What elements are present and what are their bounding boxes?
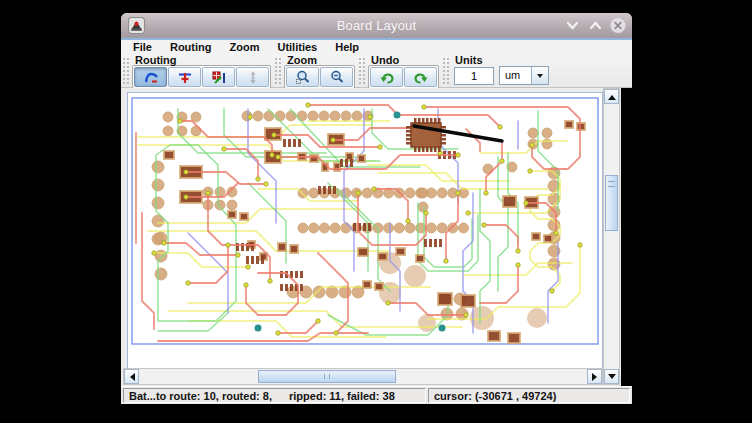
toolbar: Routing bbox=[121, 55, 632, 88]
desktop: { "window": { "title": "Board Layout" },… bbox=[0, 0, 752, 423]
scroll-right-icon bbox=[592, 373, 601, 381]
menu-item-zoom[interactable]: Zoom bbox=[221, 41, 269, 54]
toolbar-group-routing: Routing bbox=[130, 55, 273, 89]
scroll-down-button[interactable] bbox=[604, 369, 619, 384]
app-icon bbox=[128, 17, 145, 34]
app-window: Board Layout File Rou bbox=[121, 13, 632, 404]
unit-select-value: um bbox=[500, 67, 531, 84]
group-label: Undo bbox=[371, 54, 399, 66]
cursor-status-cell: cursor: (-30671 , 49724) bbox=[428, 388, 630, 403]
menu-item-routing[interactable]: Routing bbox=[161, 41, 221, 54]
optimize-route-button[interactable] bbox=[202, 67, 235, 87]
chevron-down-icon bbox=[565, 18, 580, 33]
autoroute-button[interactable] bbox=[134, 67, 167, 87]
title-bar[interactable]: Board Layout bbox=[121, 13, 632, 38]
menu-item-help[interactable]: Help bbox=[326, 41, 368, 54]
menu-bar: File Routing Zoom Utilities Help bbox=[121, 38, 632, 55]
zoom-region-icon bbox=[295, 70, 311, 85]
dropdown-arrow-icon bbox=[537, 74, 543, 81]
pull-tight-icon bbox=[245, 70, 261, 85]
routing-status-cell: Bat...to route: 10, routed: 8, ripped: 1… bbox=[123, 388, 426, 403]
status-bar: Bat...to route: 10, routed: 8, ripped: 1… bbox=[121, 386, 632, 404]
horizontal-scrollbar-thumb[interactable] bbox=[258, 370, 397, 383]
fanout-button[interactable] bbox=[168, 67, 201, 87]
minimize-button[interactable] bbox=[564, 18, 580, 34]
zoom-loupe-button[interactable] bbox=[320, 67, 353, 87]
scroll-up-button[interactable] bbox=[604, 89, 619, 104]
toolbar-group-units: Units um bbox=[450, 55, 551, 85]
horizontal-scrollbar[interactable] bbox=[123, 368, 603, 385]
group-label: Units bbox=[455, 54, 483, 66]
group-label: Routing bbox=[135, 54, 177, 66]
redo-button[interactable] bbox=[404, 67, 437, 87]
menu-item-utilities[interactable]: Utilities bbox=[268, 41, 326, 54]
undo-icon bbox=[379, 70, 395, 85]
vertical-scrollbar-thumb[interactable] bbox=[605, 175, 618, 231]
scroll-left-button[interactable] bbox=[124, 369, 139, 384]
window-title: Board Layout bbox=[121, 18, 632, 33]
zoom-region-button[interactable] bbox=[286, 67, 319, 87]
toolbar-grip[interactable] bbox=[121, 56, 130, 86]
group-label: Zoom bbox=[287, 54, 317, 66]
cursor-position-text: cursor: (-30671 , 49724) bbox=[434, 390, 556, 402]
scroll-up-icon bbox=[608, 91, 616, 100]
chevron-up-icon bbox=[588, 18, 603, 33]
menu-item-file[interactable]: File bbox=[124, 41, 161, 54]
pull-tight-button[interactable] bbox=[236, 67, 269, 87]
optimize-route-icon bbox=[211, 70, 227, 85]
unit-select-button[interactable] bbox=[531, 67, 548, 84]
undo-button[interactable] bbox=[370, 67, 403, 87]
toolbar-grip[interactable] bbox=[441, 56, 450, 86]
zoom-loupe-icon bbox=[329, 70, 345, 85]
vertical-scrollbar[interactable] bbox=[603, 88, 620, 385]
autoroute-icon bbox=[143, 70, 159, 85]
toolbar-group-undo: Undo bbox=[366, 55, 441, 89]
board-viewport bbox=[127, 92, 603, 370]
toolbar-grip[interactable] bbox=[357, 56, 366, 86]
ripped-failed-text: ripped: 11, failed: 38 bbox=[289, 390, 395, 402]
content-area bbox=[121, 88, 632, 386]
fanout-icon bbox=[177, 70, 193, 85]
close-button[interactable] bbox=[610, 18, 626, 34]
screen-cutoff bbox=[621, 88, 632, 386]
scroll-right-button[interactable] bbox=[587, 369, 602, 384]
batch-status-text: Bat...to route: 10, routed: 8, bbox=[129, 390, 272, 402]
scroll-left-icon bbox=[126, 373, 135, 381]
scroll-down-icon bbox=[608, 374, 616, 383]
toolbar-group-zoom: Zoom bbox=[282, 55, 357, 89]
close-icon bbox=[610, 17, 626, 34]
unit-scale-input[interactable] bbox=[454, 67, 494, 85]
redo-icon bbox=[413, 70, 429, 85]
toolbar-grip[interactable] bbox=[273, 56, 282, 86]
maximize-button[interactable] bbox=[587, 18, 603, 34]
unit-select[interactable]: um bbox=[499, 66, 549, 85]
pcb-canvas[interactable] bbox=[128, 93, 602, 369]
